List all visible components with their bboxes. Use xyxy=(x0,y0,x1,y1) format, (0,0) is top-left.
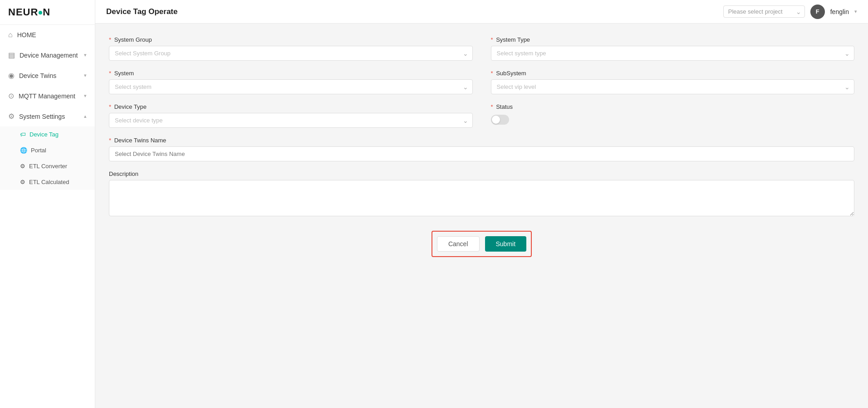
logo-text: NEURN xyxy=(8,6,50,18)
system-type-label: * System Type xyxy=(491,36,855,43)
settings-icon: ⚙ xyxy=(8,112,15,121)
form-grid: * System Group Select System Group * Sys… xyxy=(109,36,854,216)
required-marker: * xyxy=(109,70,111,77)
form-group-system-type: * System Type Select system type xyxy=(491,36,855,61)
etl-converter-icon: ⚙ xyxy=(20,163,25,170)
device-twins-name-input[interactable] xyxy=(109,146,854,161)
sidebar-item-label: System Settings xyxy=(19,113,79,120)
required-marker: * xyxy=(491,70,493,77)
required-marker: * xyxy=(109,103,111,110)
main-content: Device Tag Operate Please select project… xyxy=(95,0,868,408)
portal-icon: 🌐 xyxy=(20,147,27,154)
system-type-select-wrap: Select system type xyxy=(491,46,855,61)
form-group-device-twins-name: * Device Twins Name xyxy=(109,137,854,161)
subsystem-select[interactable]: Select vip level xyxy=(491,79,855,94)
required-marker: * xyxy=(109,137,111,144)
system-group-label: * System Group xyxy=(109,36,473,43)
chevron-down-icon: ▾ xyxy=(84,93,87,99)
project-select-wrap[interactable]: Please select project xyxy=(723,5,805,18)
topbar-right: Please select project F fenglin ▾ xyxy=(723,5,857,19)
chevron-up-icon: ▴ xyxy=(84,113,87,119)
cancel-button[interactable]: Cancel xyxy=(437,236,480,252)
sidebar-item-label: HOME xyxy=(17,31,87,39)
logo-dot xyxy=(39,11,42,15)
required-marker: * xyxy=(491,103,493,110)
sidebar-sub-item-label: ETL Calculated xyxy=(29,179,69,185)
sidebar-item-device-management[interactable]: ▤ Device Management ▾ xyxy=(0,45,95,65)
form-group-subsystem: * SubSystem Select vip level xyxy=(491,70,855,94)
submit-button[interactable]: Submit xyxy=(485,236,527,252)
sidebar-sub-item-device-tag[interactable]: 🏷 Device Tag xyxy=(0,126,95,142)
subsystem-select-wrap: Select vip level xyxy=(491,79,855,94)
status-label: * Status xyxy=(491,103,855,110)
sidebar-item-device-twins[interactable]: ◉ Device Twins ▾ xyxy=(0,65,95,86)
device-twins-name-label: * Device Twins Name xyxy=(109,137,854,144)
device-type-select[interactable]: Select device type xyxy=(109,113,473,128)
device-tag-icon: 🏷 xyxy=(20,131,26,138)
sidebar-item-label: MQTT Management xyxy=(19,92,79,100)
sidebar-item-system-settings[interactable]: ⚙ System Settings ▴ xyxy=(0,106,95,126)
form-group-system: * System Select system xyxy=(109,70,473,94)
etl-calculated-icon: ⚙ xyxy=(20,179,25,185)
sidebar-sub-item-etl-converter[interactable]: ⚙ ETL Converter xyxy=(0,158,95,174)
form-group-device-type: * Device Type Select device type xyxy=(109,103,473,128)
chevron-down-icon: ▾ xyxy=(84,73,87,78)
sidebar-item-home[interactable]: ⌂ HOME xyxy=(0,25,95,45)
system-type-select[interactable]: Select system type xyxy=(491,46,855,61)
form-group-description: Description xyxy=(109,170,854,216)
avatar: F xyxy=(810,5,825,19)
device-twins-icon: ◉ xyxy=(8,71,15,80)
status-toggle-wrap xyxy=(491,115,855,125)
system-group-select[interactable]: Select System Group xyxy=(109,46,473,61)
topbar: Device Tag Operate Please select project… xyxy=(95,0,868,24)
system-group-select-wrap: Select System Group xyxy=(109,46,473,61)
form-group-system-group: * System Group Select System Group xyxy=(109,36,473,61)
system-settings-submenu: 🏷 Device Tag 🌐 Portal ⚙ ETL Converter ⚙ … xyxy=(0,126,95,190)
sidebar-sub-item-label: Portal xyxy=(31,147,46,154)
chevron-down-icon[interactable]: ▾ xyxy=(854,9,857,15)
device-management-icon: ▤ xyxy=(8,51,15,59)
description-textarea[interactable] xyxy=(109,180,854,216)
sidebar-item-mqtt-management[interactable]: ⊙ MQTT Management ▾ xyxy=(0,86,95,106)
description-label: Description xyxy=(109,170,854,177)
required-marker: * xyxy=(491,36,493,43)
user-name: fenglin xyxy=(830,8,849,15)
sidebar-sub-item-label: Device Tag xyxy=(29,131,59,138)
device-type-select-wrap: Select device type xyxy=(109,113,473,128)
system-select[interactable]: Select system xyxy=(109,79,473,94)
project-select[interactable]: Please select project xyxy=(723,5,805,18)
home-icon: ⌂ xyxy=(8,31,13,39)
mqtt-icon: ⊙ xyxy=(8,92,14,100)
page-content: * System Group Select System Group * Sys… xyxy=(95,24,868,408)
status-toggle[interactable] xyxy=(491,115,509,125)
page-title: Device Tag Operate xyxy=(106,7,177,16)
required-marker: * xyxy=(109,36,111,43)
app-logo: NEURN xyxy=(0,0,95,25)
device-type-label: * Device Type xyxy=(109,103,473,110)
form-group-status: * Status xyxy=(491,103,855,128)
sidebar-item-label: Device Twins xyxy=(19,72,79,79)
sidebar-item-label: Device Management xyxy=(20,52,79,59)
subsystem-label: * SubSystem xyxy=(491,70,855,77)
system-select-wrap: Select system xyxy=(109,79,473,94)
sidebar-sub-item-etl-calculated[interactable]: ⚙ ETL Calculated xyxy=(0,174,95,190)
sidebar: NEURN ⌂ HOME ▤ Device Management ▾ ◉ Dev… xyxy=(0,0,95,408)
form-actions: Cancel Submit xyxy=(432,231,532,257)
system-label: * System xyxy=(109,70,473,77)
chevron-down-icon: ▾ xyxy=(84,52,87,58)
sidebar-sub-item-portal[interactable]: 🌐 Portal xyxy=(0,142,95,158)
sidebar-sub-item-label: ETL Converter xyxy=(29,163,67,170)
